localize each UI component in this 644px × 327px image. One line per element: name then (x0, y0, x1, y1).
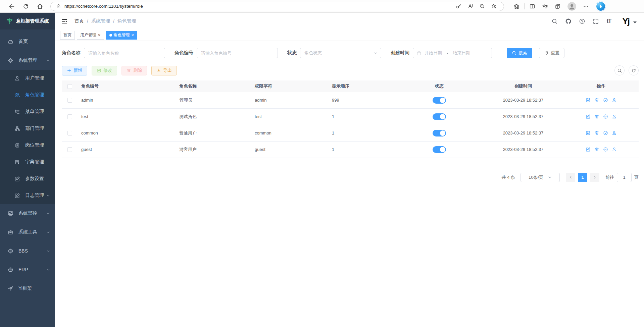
address-bar[interactable]: https://ccnetcore.com:1101/system/role (50, 2, 504, 11)
col-display-order: 显示顺序 (329, 80, 396, 92)
breadcrumb-system[interactable]: 系统管理 (91, 18, 110, 24)
browser-profile-avatar[interactable] (567, 2, 576, 11)
status-toggle[interactable] (433, 97, 446, 104)
row-assign-user-icon[interactable] (612, 130, 617, 135)
read-aloud-icon[interactable] (467, 3, 473, 9)
breadcrumb-current: 角色管理 (117, 18, 136, 24)
sidebar-collapse-icon[interactable] (61, 18, 68, 24)
browser-refresh-button[interactable] (22, 3, 29, 10)
favorites-bar-icon[interactable] (542, 3, 548, 9)
user-avatar-logo[interactable]: Yj (622, 16, 629, 26)
tab-user-mgmt[interactable]: 用户管理 × (77, 31, 104, 40)
select-all-checkbox[interactable] (67, 84, 72, 89)
row-edit-icon[interactable] (586, 98, 591, 103)
breadcrumb-separator: / (87, 18, 88, 24)
row-checkbox[interactable] (67, 114, 72, 119)
sidebar-item-home[interactable]: 首页 (0, 32, 55, 51)
sidebar-item-post-mgmt[interactable]: 岗位管理 (0, 137, 55, 154)
favorite-add-icon[interactable] (491, 3, 497, 9)
browser-home-button[interactable] (37, 3, 43, 10)
sidebar-item-dept-mgmt[interactable]: 部门管理 (0, 120, 55, 137)
sidebar-item-dict-mgmt[interactable]: 字典管理 (0, 154, 55, 170)
help-icon[interactable] (579, 18, 585, 24)
delete-button[interactable]: 删除 (121, 66, 147, 75)
row-edit-icon[interactable] (586, 147, 591, 152)
date-range-picker[interactable]: 开始日期 - 结束日期 (413, 48, 492, 58)
chevron-down-icon (46, 194, 50, 198)
sidebar-item-role-mgmt[interactable]: 角色管理 (0, 87, 55, 103)
breadcrumb-home[interactable]: 首页 (75, 18, 84, 24)
row-permission-check-icon[interactable] (603, 147, 608, 152)
table-row: common 普通用户 common 1 2023-03-29 18:52:37 (62, 125, 639, 141)
fullscreen-icon[interactable] (593, 18, 599, 24)
row-checkbox[interactable] (67, 98, 72, 103)
row-permission-check-icon[interactable] (603, 130, 608, 135)
row-edit-icon[interactable] (586, 114, 591, 119)
github-icon[interactable] (565, 18, 572, 24)
browser-back-button[interactable] (8, 3, 15, 10)
row-permission-check-icon[interactable] (603, 98, 608, 103)
sidebar-item-system-tools[interactable]: 系统工具 (0, 223, 55, 241)
row-permission-check-icon[interactable] (603, 114, 608, 119)
sidebar-item-system-monitor[interactable]: 系统监控 (0, 204, 55, 223)
bing-copilot-icon[interactable] (596, 1, 606, 11)
sidebar-item-yi-framework[interactable]: Yi框架 (0, 279, 55, 298)
page-1-button[interactable]: 1 (578, 173, 587, 182)
goto-page-input[interactable] (617, 173, 632, 182)
row-delete-icon[interactable] (594, 147, 599, 152)
close-icon[interactable]: × (132, 33, 134, 37)
page-size-select[interactable]: 10条/页 (521, 173, 560, 182)
toolbox-icon (8, 229, 13, 235)
sidebar-item-erp[interactable]: ERP (0, 260, 55, 279)
role-code-input[interactable] (197, 48, 278, 58)
extensions-icon[interactable] (513, 3, 519, 9)
row-delete-icon[interactable] (594, 114, 599, 119)
tab-home[interactable]: 首页 (60, 31, 75, 40)
row-delete-icon[interactable] (594, 130, 599, 135)
export-button[interactable]: 导出 (151, 66, 177, 75)
next-page-button[interactable] (590, 173, 599, 182)
row-delete-icon[interactable] (594, 98, 599, 103)
sidebar-item-label: 岗位管理 (25, 142, 44, 148)
edit-button[interactable]: 修改 (92, 66, 117, 75)
add-button[interactable]: 新增 (62, 66, 87, 75)
status-toggle[interactable] (433, 130, 446, 137)
search-icon[interactable] (551, 18, 558, 24)
tab-role-mgmt[interactable]: 角色管理 × (106, 31, 138, 40)
sidebar-item-menu-mgmt[interactable]: 菜单管理 (0, 103, 55, 120)
url-text[interactable]: https://ccnetcore.com:1101/system/role (64, 4, 453, 9)
user-menu-caret-icon[interactable] (633, 21, 637, 23)
sidebar-item-param-settings[interactable]: 参数设置 (0, 170, 55, 187)
row-edit-icon[interactable] (586, 130, 591, 135)
status-toggle[interactable] (433, 146, 446, 153)
breadcrumb-separator: / (113, 18, 114, 24)
refresh-table-button[interactable] (629, 65, 639, 75)
sidebar-item-log-mgmt[interactable]: 日志管理 (0, 187, 55, 204)
sidebar-item-label: 首页 (18, 39, 28, 45)
search-button[interactable]: 搜索 (507, 48, 532, 58)
sidebar-item-label: BBS (18, 248, 28, 254)
zoom-out-icon[interactable] (479, 3, 485, 9)
row-checkbox[interactable] (67, 131, 72, 135)
status-toggle[interactable] (433, 113, 446, 120)
chevron-down-icon (46, 268, 50, 272)
prev-page-button[interactable] (566, 173, 575, 182)
row-assign-user-icon[interactable] (612, 147, 617, 152)
row-checkbox[interactable] (67, 147, 72, 152)
sidebar-item-bbs[interactable]: BBS (0, 241, 55, 260)
status-select[interactable]: 角色状态 (300, 48, 381, 58)
split-screen-icon[interactable] (529, 3, 535, 9)
row-assign-user-icon[interactable] (612, 114, 617, 119)
close-icon[interactable]: × (98, 33, 101, 37)
role-name-input[interactable] (84, 48, 165, 58)
sidebar-item-system-mgmt[interactable]: 系统管理 (0, 51, 55, 70)
browser-menu-icon[interactable] (583, 3, 589, 9)
show-search-button[interactable] (614, 65, 625, 75)
sidebar-item-user-mgmt[interactable]: 用户管理 (0, 70, 55, 87)
password-key-icon[interactable] (456, 3, 461, 9)
collections-icon[interactable] (555, 3, 561, 9)
reset-button[interactable]: 重置 (539, 48, 564, 58)
font-size-icon[interactable]: tT (606, 18, 611, 24)
row-assign-user-icon[interactable] (612, 98, 617, 103)
app-logo[interactable]: 意框架管理系统 (0, 13, 55, 30)
